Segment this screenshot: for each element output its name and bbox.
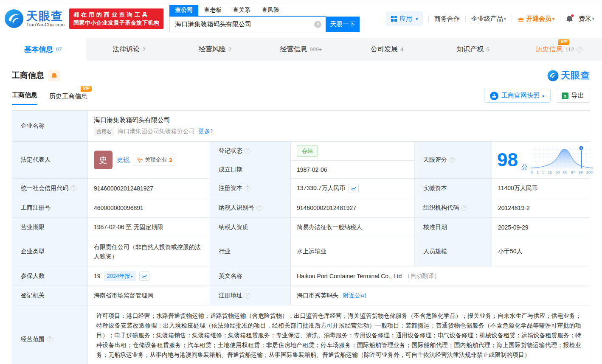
tab-count: 999+ <box>309 46 322 53</box>
tab-count: 97 <box>56 46 62 53</box>
label-text: 注册地址 <box>219 292 242 300</box>
business-scope-value: 许可项目：港口经营；水路普通货物运输；道路货物运输（含危险货物）；出口监管仓库经… <box>87 305 590 364</box>
subtab-business-registration[interactable]: 工商信息 <box>12 91 37 105</box>
insured-trend-button[interactable] <box>139 272 149 281</box>
table-row: 登记机关 海南省市场监督管理局 注册地址 海口市秀英码头 附近公司 <box>12 286 590 305</box>
search-tab-company[interactable]: 查公司 <box>169 5 198 16</box>
nearby-companies-link[interactable]: 附近公司 <box>343 292 366 300</box>
reg-number-cell: 460000000096891 <box>87 198 210 217</box>
nav-apps[interactable]: 应用 ▾ <box>386 11 423 26</box>
tab-count: 4 <box>400 46 403 53</box>
capital-trend-button[interactable] <box>349 184 359 193</box>
approval-date-value: 2025-09-29 <box>498 224 529 231</box>
subtab-label: 历史工商信息 <box>49 92 87 100</box>
reg-capital-value: 137330.7万人民币 <box>297 185 345 192</box>
tab-business-info[interactable]: 经营信息 999+ <box>258 38 344 61</box>
search-tab-boss[interactable]: 查老板 <box>198 5 227 16</box>
org-code-value: 20124819-2 <box>498 204 530 211</box>
tab-legal-proceedings[interactable]: 法律诉讼 2 <box>86 38 172 61</box>
label-text: 经营范围 <box>21 336 45 343</box>
tab-label: 经营风险 <box>199 45 226 54</box>
search-tab-risk[interactable]: 查风险 <box>256 5 285 16</box>
label-text: 天眼评分 <box>423 156 447 164</box>
search-tab-relation[interactable]: 查关系 <box>227 5 256 16</box>
industry-value: 水上运输业 <box>297 248 326 255</box>
score-unit: 分 <box>521 163 528 171</box>
former-name-tag: 曾用名 <box>94 127 114 136</box>
official-snapshot-button[interactable]: 工商官网快照 <box>484 89 551 103</box>
annual-report-badge[interactable]: 2024年报 <box>104 271 136 281</box>
vip-badge: VIP <box>558 39 569 45</box>
help-icon[interactable] <box>577 47 582 53</box>
tab-intellectual-property[interactable]: 知识产权 5 <box>430 38 516 61</box>
help-icon[interactable] <box>461 205 467 211</box>
reg-status-cell: 存续 <box>290 142 414 161</box>
business-term-value: 1987-02-06 至 无固定期限 <box>94 224 163 231</box>
label-text: 组织机构代码 <box>423 204 459 212</box>
company-tab-bar: 基本信息 97 法律诉讼 2 经营风险 2 经营信息 999+ 公司发展 4 知… <box>0 38 602 61</box>
tab-operation-risk[interactable]: 经营风险 2 <box>172 38 258 61</box>
table-row: 经营范围 许可项目：港口经营；水路普通货物运输；道路货物运输（含危险货物）；出口… <box>12 305 590 364</box>
search-button[interactable]: 天眼一下 <box>326 17 360 32</box>
chevron-down-icon: ▾ <box>416 17 418 21</box>
table-row: 参保人数 19 2024年报 英文名称 Haikou Port Containe… <box>12 266 590 286</box>
help-icon[interactable] <box>245 148 250 154</box>
status-badge: 存续 <box>297 146 318 157</box>
company-name-label: 企业名称 <box>12 111 87 141</box>
address-label: 注册地址 <box>210 286 290 305</box>
taxpayer-id-cell: 914600002012481927 <box>290 198 414 217</box>
industry-cell: 水上运输业 <box>290 237 414 266</box>
tab-basic-info[interactable]: 基本信息 97 <box>0 38 86 61</box>
legal-rep-name-link[interactable]: 史锐 <box>117 156 129 164</box>
registry-value: 海南省市场监督管理局 <box>94 292 153 300</box>
table-row: 企业类型 有限责任公司（非自然人投资或控股的法人独资） 行业 水上运输业 人员规… <box>12 237 590 266</box>
tianyancha-logo[interactable]: 天眼查 TianYanCha.com <box>4 9 65 28</box>
notification-dot <box>571 14 574 17</box>
brand-domain: TianYanCha.com <box>26 22 65 27</box>
help-icon[interactable] <box>256 205 262 211</box>
establish-date-label: 成立日期 <box>210 160 290 179</box>
tab-label: 知识产权 <box>457 45 484 54</box>
chevron-right-icon <box>131 274 133 278</box>
help-icon[interactable] <box>70 185 76 191</box>
credit-code-cell: 914600002012481927 <box>87 179 210 198</box>
nav-user-menu[interactable]: 费米 ▾ <box>579 15 594 23</box>
related-companies-badge[interactable]: 关联企业 3 <box>133 154 176 166</box>
credit-code-label: 统一社会信用代码 <box>12 179 87 198</box>
nav-open-vip-label: 开通会员 <box>526 15 551 23</box>
site-header: 天眼查 TianYanCha.com 都在用的商业查询工具 国家中小企业发展子基… <box>0 3 602 34</box>
more-former-names-link[interactable]: 更多1 <box>198 128 214 135</box>
score-value: 98 <box>497 151 518 169</box>
monitor-bell-button[interactable] <box>48 70 60 81</box>
export-button[interactable]: 导出 <box>556 89 590 103</box>
help-icon[interactable] <box>245 185 250 191</box>
chevron-down-icon: ▾ <box>592 17 594 21</box>
nav-open-vip[interactable]: 开通会员 ▾ <box>518 15 554 23</box>
table-row: 企业名称 海口港集装箱码头有限公司 曾用名 海口港集团公司集装箱分公司 更多1 <box>12 111 590 141</box>
search-input[interactable] <box>169 17 326 32</box>
crown-icon <box>518 16 524 22</box>
notifications-button[interactable] <box>566 15 573 22</box>
nav-cooperation[interactable]: 商务合作 <box>434 15 460 23</box>
score-axis-labels: 0131550859799100 <box>531 170 593 174</box>
export-label: 导出 <box>571 92 584 100</box>
excel-icon <box>562 92 568 99</box>
legal-rep-cell: 史 史锐 关联企业 3 <box>87 142 210 178</box>
tab-label: 基本信息 <box>24 45 53 54</box>
nav-enterprise[interactable]: 企业级产品 ▾ <box>471 15 506 23</box>
help-icon[interactable] <box>47 336 53 342</box>
help-icon[interactable] <box>245 293 250 299</box>
staff-size-label: 人员规模 <box>414 237 492 266</box>
tab-history-info[interactable]: 历史信息 VIP 112 <box>516 38 602 61</box>
divider <box>512 16 512 22</box>
tab-company-development[interactable]: 公司发展 4 <box>344 38 430 61</box>
tab-label: 公司发展 <box>371 45 398 54</box>
subtab-history-registration[interactable]: 历史工商信息 VIP <box>49 92 87 105</box>
address-value: 海口市秀英码头 <box>297 292 338 300</box>
tianyancha-logo-icon <box>4 9 24 28</box>
avatar[interactable]: 史 <box>94 151 113 169</box>
help-icon[interactable] <box>449 157 455 163</box>
username: 费米 <box>579 15 591 23</box>
brand-name: 天眼查 <box>26 10 65 22</box>
company-type-cell: 有限责任公司（非自然人投资或控股的法人独资） <box>87 237 210 266</box>
